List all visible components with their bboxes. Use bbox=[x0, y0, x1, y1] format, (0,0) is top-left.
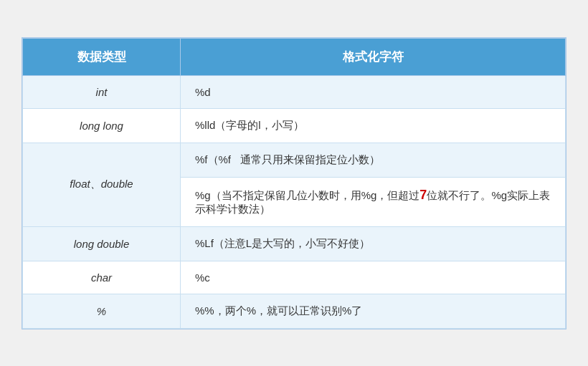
header-type: 数据类型 bbox=[23, 38, 181, 75]
table-row: % %%，两个%，就可以正常识别%了 bbox=[23, 294, 566, 328]
format-float-f: %f（%f 通常只用来保留指定位小数） bbox=[181, 143, 566, 177]
table-row: long double %Lf（注意L是大写的，小写不好使） bbox=[23, 226, 566, 261]
highlight-7: 7 bbox=[419, 188, 427, 202]
format-int: %d bbox=[181, 75, 566, 108]
format-longdouble: %Lf（注意L是大写的，小写不好使） bbox=[181, 226, 566, 261]
table-row: long long %lld（字母的l，小写） bbox=[23, 108, 566, 143]
type-float-double: float、double bbox=[23, 143, 181, 226]
type-longlong: long long bbox=[23, 108, 181, 143]
format-percent: %%，两个%，就可以正常识别%了 bbox=[181, 294, 566, 328]
type-int: int bbox=[23, 75, 181, 108]
header-format: 格式化字符 bbox=[181, 38, 566, 75]
table-row: char %c bbox=[23, 261, 566, 294]
format-char: %c bbox=[181, 261, 566, 294]
format-float-g: %g（当不指定保留几位小数时，用%g，但超过7位就不行了。%g实际上表示科学计数… bbox=[181, 177, 566, 226]
table-row: int %d bbox=[23, 75, 566, 108]
type-char: char bbox=[23, 261, 181, 294]
table-row: float、double %f（%f 通常只用来保留指定位小数） bbox=[23, 143, 566, 177]
type-percent: % bbox=[23, 294, 181, 328]
table-header-row: 数据类型 格式化字符 bbox=[23, 38, 566, 75]
format-longlong: %lld（字母的l，小写） bbox=[181, 108, 566, 143]
data-table: 数据类型 格式化字符 int %d long long %lld（字母的l，小写… bbox=[22, 37, 566, 329]
type-longdouble: long double bbox=[23, 226, 181, 261]
